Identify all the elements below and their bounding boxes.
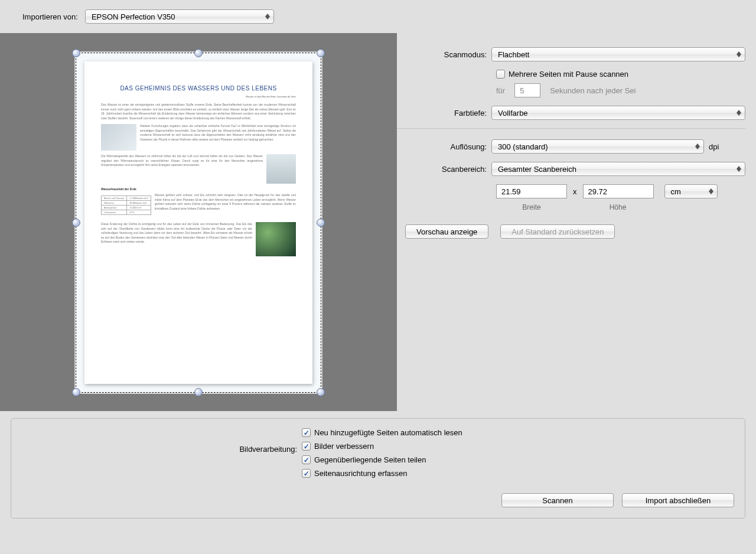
opt-split[interactable]: Gegenüberliegende Seiten teilen	[302, 455, 734, 464]
crop-handle-top-right[interactable]	[317, 49, 325, 57]
resolution-label: Auflösung:	[397, 142, 491, 151]
width-input[interactable]	[496, 184, 567, 198]
scanarea-value: Gesamter Scanbereich	[498, 165, 576, 174]
scanner-select[interactable]: EPSON Perfection V350	[85, 9, 274, 24]
scanmode-label: Scanmodus:	[397, 50, 491, 59]
opt-enhance-label: Bilder verbessern	[314, 442, 374, 451]
opt-enhance-checkbox[interactable]	[302, 442, 311, 451]
chevron-updown-icon	[707, 187, 715, 196]
crop-handle-top-left[interactable]	[72, 49, 80, 57]
unit-select[interactable]: cm	[664, 184, 718, 198]
multipage-checkbox[interactable]	[496, 70, 505, 79]
opt-orientation[interactable]: Seitenausrichtung erfassen	[302, 469, 734, 478]
svg-marker-7	[695, 146, 700, 149]
colordepth-select[interactable]: Vollfarbe	[491, 106, 745, 120]
opt-orientation-checkbox[interactable]	[302, 469, 311, 478]
scanmode-value: Flachbett	[498, 50, 529, 59]
opt-split-label: Gegenüberliegende Seiten teilen	[314, 455, 426, 464]
chevron-updown-icon	[735, 50, 743, 59]
opt-auto-read[interactable]: Neu hinzugefügte Seiten automatisch lese…	[302, 428, 734, 437]
document-preview: DAS GEHEIMNIS DES WASSERS UND DES LEBENS…	[84, 61, 312, 384]
resolution-value: 300 (standard)	[498, 142, 548, 151]
crop-handle-middle-right[interactable]	[317, 219, 325, 227]
opt-orientation-label: Seitenausrichtung erfassen	[314, 469, 408, 478]
opt-auto-read-checkbox[interactable]	[302, 428, 311, 437]
preview-button[interactable]: Vorschau anzeige	[405, 224, 488, 239]
preview-pane: DAS GEHEIMNIS DES WASSERS UND DES LEBENS…	[0, 33, 397, 411]
chevron-updown-icon	[735, 164, 743, 174]
scanmode-select[interactable]: Flachbett	[491, 47, 745, 61]
crop-rectangle[interactable]: DAS GEHEIMNIS DES WASSERS UND DES LEBENS…	[76, 53, 321, 393]
svg-marker-9	[737, 169, 741, 172]
opt-split-checkbox[interactable]	[302, 455, 311, 464]
scanarea-select[interactable]: Gesamter Scanbereich	[491, 162, 745, 176]
resolution-unit: dpi	[709, 142, 719, 151]
opt-enhance[interactable]: Bilder verbessern	[302, 442, 734, 451]
width-caption: Breite	[496, 203, 567, 211]
scanner-select-value: EPSON Perfection V350	[92, 12, 175, 21]
pause-seconds-input[interactable]	[514, 83, 540, 97]
svg-marker-1	[265, 17, 270, 19]
import-from-label: Importieren von:	[22, 12, 78, 21]
opt-auto-read-label: Neu hinzugefügte Seiten automatisch lese…	[314, 428, 462, 437]
height-input[interactable]	[583, 184, 654, 198]
processing-label: Bildverarbeitung:	[22, 428, 302, 483]
scan-button-label: Scannen	[542, 496, 572, 505]
height-caption: Höhe	[582, 203, 653, 211]
reset-button[interactable]: Auf Standard zurücksetzen	[500, 224, 615, 239]
dimension-separator: x	[573, 187, 577, 196]
svg-marker-5	[737, 113, 741, 116]
doc-subtitle: Wasser ist das Blut der Erde. Leonardo d…	[101, 95, 296, 98]
svg-marker-11	[709, 191, 713, 194]
pause-suffix: Sekunden nach jeder Sei	[550, 86, 636, 95]
multipage-label: Mehrere Seiten mit Pause scannen	[509, 70, 628, 79]
colordepth-label: Farbtiefe:	[397, 109, 491, 118]
pause-prefix: für	[496, 86, 505, 95]
doc-section-heading: Wasserhaushalt der Erde	[101, 187, 296, 191]
svg-marker-3	[737, 54, 741, 57]
crop-handle-bottom-middle[interactable]	[194, 388, 203, 396]
multipage-checkbox-row[interactable]: Mehrere Seiten mit Pause scannen	[496, 70, 628, 79]
chevron-updown-icon	[693, 142, 702, 151]
resolution-select[interactable]: 300 (standard)	[491, 139, 704, 154]
preview-button-label: Vorschau anzeige	[416, 227, 477, 236]
colordepth-value: Vollfarbe	[498, 109, 528, 118]
doc-table: Meere und Ozeane1,4 Milliarden km³ Glets…	[101, 195, 151, 215]
doc-title: DAS GEHEIMNIS DES WASSERS UND DES LEBENS	[101, 85, 296, 92]
scanarea-label: Scanbereich:	[397, 165, 491, 174]
crop-handle-bottom-right[interactable]	[317, 388, 325, 396]
unit-value: cm	[671, 187, 681, 196]
chevron-updown-icon	[735, 108, 743, 118]
crop-handle-bottom-left[interactable]	[72, 388, 80, 396]
reset-button-label: Auf Standard zurücksetzen	[511, 227, 604, 236]
finish-import-button[interactable]: Import abschließen	[622, 493, 734, 507]
image-processing-box: Bildverarbeitung: Neu hinzugefügte Seite…	[11, 418, 745, 519]
chevron-updown-icon	[263, 12, 272, 21]
crop-handle-top-middle[interactable]	[194, 49, 203, 57]
crop-handle-middle-left[interactable]	[72, 219, 80, 227]
finish-import-button-label: Import abschließen	[646, 496, 711, 505]
scan-button[interactable]: Scannen	[501, 493, 614, 507]
